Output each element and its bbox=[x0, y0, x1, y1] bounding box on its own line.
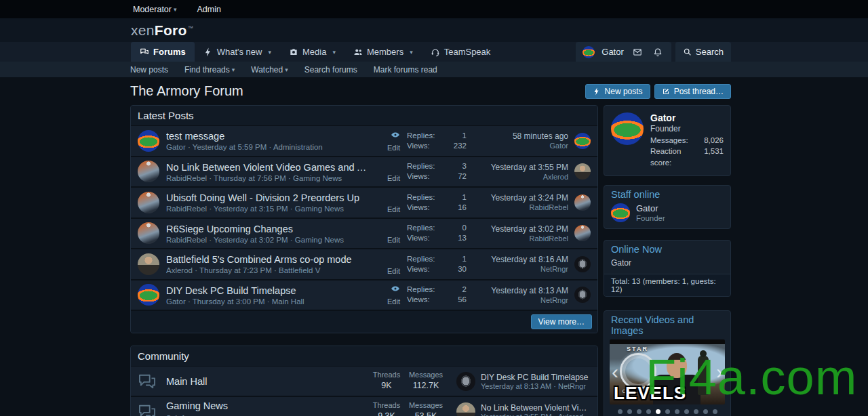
last-post-avatar[interactable] bbox=[574, 287, 591, 303]
edit-link[interactable]: Edit bbox=[387, 205, 400, 213]
carousel-dot[interactable] bbox=[694, 409, 698, 414]
thread-last-post[interactable]: Yesterday at 8:13 AM NetRngr bbox=[475, 286, 568, 304]
forum-name[interactable]: Gaming News bbox=[166, 400, 367, 411]
thread-author-avatar[interactable] bbox=[138, 130, 159, 152]
thread-author-avatar[interactable] bbox=[138, 192, 159, 213]
tab-whats-new[interactable]: What's new ▾ bbox=[195, 42, 280, 62]
tab-teamspeak-label: TeamSpeak bbox=[444, 47, 491, 57]
profile-avatar[interactable] bbox=[611, 112, 644, 145]
thread-row[interactable]: Battlefield 5's Combined Arms co-op mode… bbox=[131, 249, 597, 280]
thread-last-post[interactable]: Yesterday at 3:02 PM RabidRebel bbox=[475, 224, 568, 243]
online-now-header[interactable]: Online Now bbox=[604, 241, 730, 257]
thread-meta[interactable]: Gator · Yesterday at 5:59 PM · Administr… bbox=[166, 143, 372, 151]
chevron-down-icon[interactable]: ▾ bbox=[410, 49, 413, 56]
staff-online-header[interactable]: Staff online bbox=[604, 186, 730, 202]
thread-meta[interactable]: Axlerod · Thursday at 7:23 PM · Battlefi… bbox=[166, 266, 372, 274]
thread-title[interactable]: test message bbox=[166, 130, 372, 143]
carousel-dot[interactable] bbox=[675, 409, 679, 414]
carousel-dot[interactable] bbox=[627, 409, 632, 414]
edit-link[interactable]: Edit bbox=[387, 297, 400, 306]
edit-link[interactable]: Edit bbox=[387, 144, 400, 152]
thread-title[interactable]: DIY Desk PC Build Timelapse bbox=[166, 285, 372, 297]
thread-meta[interactable]: RabidRebel · Yesterday at 3:15 PM · Gami… bbox=[166, 205, 372, 213]
thread-row[interactable]: No Link Between Violent Video Games and … bbox=[131, 157, 597, 188]
carousel-dot[interactable] bbox=[713, 409, 717, 414]
account-tab[interactable]: Gator bbox=[576, 42, 671, 62]
edit-link[interactable]: Edit bbox=[387, 236, 400, 244]
search-tab-label: Search bbox=[696, 47, 724, 57]
thread-last-post[interactable]: Yesterday at 3:55 PM Axlerod bbox=[475, 163, 568, 181]
carousel-dot[interactable] bbox=[637, 409, 642, 414]
thread-title[interactable]: No Link Between Violent Video Games and … bbox=[166, 161, 372, 174]
subnav-search-forums[interactable]: Search forums bbox=[304, 65, 357, 75]
recent-media-header[interactable]: Recent Videos and Images bbox=[604, 311, 730, 338]
chevron-down-icon[interactable]: ▾ bbox=[332, 49, 336, 56]
forum-last-post[interactable]: No Link Between Violent Video Ga… Yester… bbox=[456, 402, 591, 416]
carousel-dot[interactable] bbox=[665, 409, 670, 414]
tab-media[interactable]: Media ▾ bbox=[280, 42, 344, 62]
thread-last-post[interactable]: 58 minutes ago Gator bbox=[475, 131, 568, 150]
subforums-toggle[interactable]: Sub-forums ▾ bbox=[166, 414, 210, 416]
last-post-avatar[interactable] bbox=[574, 194, 591, 211]
carousel-dot[interactable] bbox=[618, 409, 623, 414]
tab-forums[interactable]: Forums bbox=[131, 42, 195, 62]
edit-link[interactable]: Edit bbox=[387, 174, 400, 182]
carousel-dot[interactable] bbox=[684, 409, 689, 414]
thread-last-post[interactable]: Yesterday at 8:16 AM NetRngr bbox=[475, 255, 568, 273]
forum-last-post[interactable]: DIY Desk PC Build Timelapse Yesterday at… bbox=[456, 372, 591, 391]
edit-link[interactable]: Edit bbox=[387, 267, 400, 275]
media-carousel-slide[interactable]: STAR CITIZEN LEVELS ‹ › bbox=[610, 339, 725, 404]
site-header: xenForo™ bbox=[0, 18, 868, 42]
staff-member[interactable]: Gator Founder bbox=[604, 202, 730, 228]
profile-reaction-score: Reaction score:1,531 bbox=[650, 146, 724, 168]
chevron-down-icon[interactable]: ▾ bbox=[268, 49, 271, 56]
thread-title[interactable]: Battlefield 5's Combined Arms co-op mode bbox=[166, 253, 372, 266]
thread-row[interactable]: Ubisoft Doing Well - Division 2 Preorder… bbox=[131, 188, 597, 219]
profile-name[interactable]: Gator bbox=[650, 112, 724, 124]
carousel-prev-icon[interactable]: ‹ bbox=[612, 362, 618, 382]
tab-members[interactable]: Members ▾ bbox=[344, 42, 422, 62]
carousel-next-icon[interactable]: › bbox=[716, 362, 723, 382]
carousel-dot[interactable] bbox=[646, 409, 651, 414]
thread-title[interactable]: R6Siege Upcoming Changes bbox=[166, 223, 372, 236]
thread-author-avatar[interactable] bbox=[138, 161, 159, 182]
moderator-menu[interactable]: Moderator ▾ bbox=[133, 5, 177, 14]
last-post-avatar[interactable] bbox=[574, 163, 591, 180]
new-posts-button[interactable]: New posts bbox=[585, 84, 650, 99]
thread-author-avatar[interactable] bbox=[138, 284, 159, 306]
search-tab[interactable]: Search bbox=[675, 42, 731, 62]
post-thread-button[interactable]: Post thread… bbox=[654, 84, 731, 99]
forum-row[interactable]: Gaming News Sub-forums ▾ Threads 9.3K Me… bbox=[131, 397, 597, 416]
last-post-avatar[interactable] bbox=[574, 256, 591, 272]
thread-row[interactable]: R6Siege Upcoming Changes RabidRebel · Ye… bbox=[131, 219, 597, 250]
carousel-dot-active[interactable] bbox=[656, 409, 660, 414]
forum-threads-stat: Threads 9.3K bbox=[367, 400, 406, 416]
thread-row[interactable]: DIY Desk PC Build Timelapse Gator · Thur… bbox=[131, 280, 597, 312]
thread-actions: Edit bbox=[372, 253, 407, 275]
inbox-envelope-icon[interactable] bbox=[631, 47, 644, 57]
last-post-avatar[interactable] bbox=[574, 133, 591, 149]
admin-link[interactable]: Admin bbox=[197, 5, 221, 14]
thread-author-avatar[interactable] bbox=[138, 253, 159, 275]
view-more-button[interactable]: View more… bbox=[531, 314, 592, 329]
thread-meta[interactable]: RabidRebel · Thursday at 7:56 PM · Gamin… bbox=[166, 174, 372, 182]
thread-title[interactable]: Ubisoft Doing Well - Division 2 Preorder… bbox=[166, 192, 372, 205]
tab-teamspeak[interactable]: TeamSpeak bbox=[422, 42, 500, 62]
thread-meta[interactable]: Gator · Thursday at 3:00 PM · Main Hall bbox=[166, 297, 372, 306]
alerts-bell-icon[interactable] bbox=[651, 47, 665, 57]
forum-name[interactable]: Main Hall bbox=[166, 376, 367, 387]
thread-last-post[interactable]: Yesterday at 3:24 PM RabidRebel bbox=[475, 193, 568, 211]
subnav-find-threads[interactable]: Find threads ▾ bbox=[184, 65, 235, 75]
last-post-avatar[interactable] bbox=[574, 225, 591, 241]
logo-xen: xen bbox=[131, 22, 155, 38]
xenforo-logo[interactable]: xenForo™ bbox=[131, 22, 193, 39]
subnav-new-posts[interactable]: New posts bbox=[130, 65, 168, 75]
subnav-mark-forums-read[interactable]: Mark forums read bbox=[374, 65, 437, 75]
thread-author-avatar[interactable] bbox=[138, 222, 159, 244]
subnav-watched[interactable]: Watched ▾ bbox=[251, 65, 288, 75]
carousel-dot[interactable] bbox=[703, 409, 708, 414]
forum-row[interactable]: Main Hall Threads 9K Messages 112.7K DIY… bbox=[131, 367, 597, 397]
thread-row[interactable]: test message Gator · Yesterday at 5:59 P… bbox=[131, 126, 597, 157]
online-members-list[interactable]: Gator bbox=[604, 257, 730, 274]
thread-meta[interactable]: RabidRebel · Yesterday at 3:02 PM · Gami… bbox=[166, 236, 372, 244]
